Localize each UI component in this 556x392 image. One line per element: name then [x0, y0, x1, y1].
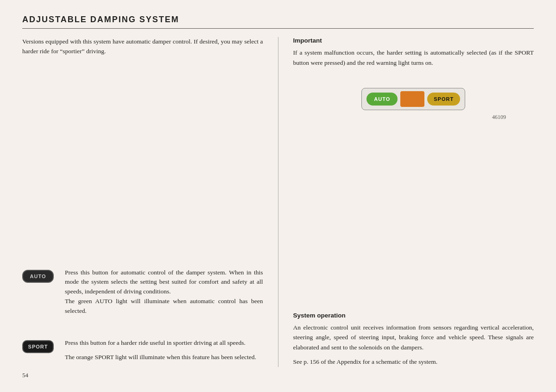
sport-button-graphic[interactable]: SPORT [22, 338, 56, 353]
page-number: 54 [22, 372, 534, 379]
sport-description2-text: The orange SPORT light will illuminate w… [65, 353, 263, 362]
important-section: Important If a system malfunction occurs… [293, 37, 534, 79]
indicator-box: AUTO SPORT [361, 88, 465, 110]
auto-description-text: Press this button for automatic control … [65, 269, 263, 315]
important-label: Important [293, 37, 534, 44]
system-operation-section: System operation An electronic control u… [293, 312, 534, 367]
indicator-diagram: AUTO SPORT [293, 88, 534, 110]
sport-description: Press this button for a harder ride usef… [65, 338, 263, 362]
orange-indicator [400, 91, 424, 107]
sport-indicator: SPORT [427, 93, 460, 106]
content-area: Versions equipped with this system have … [22, 37, 534, 367]
sport-description-text: Press this button for a harder ride usef… [65, 338, 263, 348]
auto-indicator: AUTO [366, 93, 398, 106]
auto-button[interactable]: AUTO [22, 270, 54, 283]
page: ADJUSTABLE DAMPING SYSTEM Versions equip… [0, 0, 556, 392]
auto-description: Press this button for automatic control … [65, 268, 263, 317]
see-text: See p. 156 of the Appendix for a schemat… [293, 357, 534, 367]
sport-button-section: SPORT Press this button for a harder rid… [22, 338, 263, 362]
sport-button[interactable]: SPORT [22, 340, 54, 353]
auto-button-graphic[interactable]: AUTO [22, 268, 56, 283]
system-op-text: An electronic control unit receives info… [293, 323, 534, 353]
figure-number: 46109 [293, 114, 534, 121]
right-column: Important If a system malfunction occurs… [278, 37, 534, 367]
important-text: If a system malfunction occurs, the hard… [293, 48, 534, 68]
left-column: Versions equipped with this system have … [22, 37, 278, 367]
auto-button-section: AUTO Press this button for automatic con… [22, 268, 263, 317]
page-title: ADJUSTABLE DAMPING SYSTEM [22, 15, 534, 29]
system-op-label: System operation [293, 312, 534, 319]
intro-text: Versions equipped with this system have … [22, 37, 263, 56]
